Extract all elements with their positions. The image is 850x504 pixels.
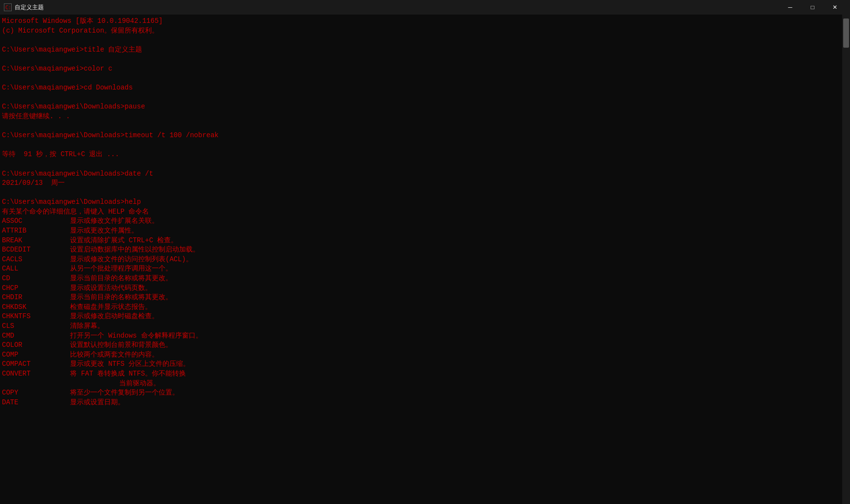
window-title: 自定义主题 bbox=[15, 3, 44, 12]
cmd-desc: 显示当前目录的名称或将其更改。 bbox=[70, 274, 840, 284]
cmd-desc: 设置启动数据库中的属性以控制启动加载。 bbox=[70, 245, 840, 255]
scrollbar[interactable] bbox=[842, 15, 850, 504]
minimize-button[interactable]: ─ bbox=[779, 0, 801, 15]
terminal-line: 有关某个命令的详细信息，请键入 HELP 命令名 bbox=[2, 207, 840, 217]
cmd-desc: 显示或修改文件扩展名关联。 bbox=[70, 216, 840, 226]
cmd-desc: 检查磁盘并显示状态报告。 bbox=[70, 303, 840, 312]
cmd-name: ATTRIB bbox=[2, 226, 70, 236]
cmd-desc: 设置默认控制台前景和背景颜色。 bbox=[70, 341, 840, 350]
cmd-name: COLOR bbox=[2, 341, 70, 350]
content-area: Microsoft Windows [版本 10.0.19042.1165](c… bbox=[0, 15, 850, 504]
terminal-line: C:\Users\maqiangwei>cd Downloads bbox=[2, 83, 840, 93]
cmd-name: CHCP bbox=[2, 284, 70, 293]
cmd-name: CALL bbox=[2, 264, 70, 274]
cmd-name: CD bbox=[2, 274, 70, 284]
cmd-desc: 将至少一个文件复制到另一个位置。 bbox=[70, 388, 840, 398]
cmd-name: COMPACT bbox=[2, 360, 70, 369]
cmd-desc: 打开另一个 Windows 命令解释程序窗口。 bbox=[70, 331, 840, 341]
cmd-desc: 显示或更改 NTFS 分区上文件的压缩。 bbox=[70, 360, 840, 369]
title-bar-left: C: 自定义主题 bbox=[4, 3, 44, 12]
terminal-line: (c) Microsoft Corporation。保留所有权利。 bbox=[2, 26, 840, 36]
terminal-line: C:\Users\maqiangwei\Downloads>date /t bbox=[2, 169, 840, 179]
terminal-line: C:\Users\maqiangwei\Downloads>help bbox=[2, 198, 840, 207]
cmd-name: BREAK bbox=[2, 236, 70, 246]
svg-text:C:: C: bbox=[5, 5, 11, 10]
cmd-name: BCDEDIT bbox=[2, 245, 70, 255]
terminal-line: C:\Users\maqiangwei\Downloads>timeout /t… bbox=[2, 131, 840, 141]
cmd-desc: 显示当前目录的名称或将其更改。 bbox=[70, 293, 840, 303]
cmd-name: CHKNTFS bbox=[2, 312, 70, 322]
maximize-button[interactable]: □ bbox=[801, 0, 824, 15]
terminal-line: Microsoft Windows [版本 10.0.19042.1165] bbox=[2, 17, 840, 26]
cmd-desc: 将 FAT 卷转换成 NTFS。你不能转换 当前驱动器。 bbox=[70, 369, 840, 388]
cmd-name: CMD bbox=[2, 331, 70, 341]
cmd-desc: 设置或清除扩展式 CTRL+C 检查。 bbox=[70, 236, 840, 246]
cmd-name: CLS bbox=[2, 322, 70, 331]
cmd-name: ASSOC bbox=[2, 216, 70, 226]
cmd-desc: 比较两个或两套文件的内容。 bbox=[70, 350, 840, 360]
command-table: ASSOC显示或修改文件扩展名关联。ATTRIB显示或更改文件属性。BREAK设… bbox=[2, 216, 840, 407]
cmd-name: DATE bbox=[2, 398, 70, 408]
terminal-line: C:\Users\maqiangwei\Downloads>pause bbox=[2, 102, 840, 112]
title-bar-controls: ─ □ ✕ bbox=[779, 0, 846, 15]
cmd-desc: 显示或设置日期。 bbox=[70, 398, 840, 408]
close-button[interactable]: ✕ bbox=[824, 0, 846, 15]
terminal-line: C:\Users\maqiangwei>title 自定义主题 bbox=[2, 45, 840, 55]
cmd-window: C: 自定义主题 ─ □ ✕ Microsoft Windows [版本 10.… bbox=[0, 0, 850, 504]
cmd-desc: 从另一个批处理程序调用这一个。 bbox=[70, 264, 840, 274]
cmd-desc: 显示或修改文件的访问控制列表(ACL)。 bbox=[70, 255, 840, 265]
cmd-desc: 显示或设置活动代码页数。 bbox=[70, 284, 840, 293]
cmd-name: COMP bbox=[2, 350, 70, 360]
cmd-desc: 显示或更改文件属性。 bbox=[70, 226, 840, 236]
terminal-line: C:\Users\maqiangwei>color c bbox=[2, 64, 840, 74]
cmd-name: CHKDSK bbox=[2, 303, 70, 312]
cmd-icon: C: bbox=[4, 3, 12, 11]
title-bar: C: 自定义主题 ─ □ ✕ bbox=[0, 0, 850, 15]
cmd-name: CONVERT bbox=[2, 369, 70, 388]
cmd-name: CHDIR bbox=[2, 293, 70, 303]
cmd-name: CACLS bbox=[2, 255, 70, 265]
cmd-desc: 显示或修改启动时磁盘检查。 bbox=[70, 312, 840, 322]
cmd-name: COPY bbox=[2, 388, 70, 398]
terminal-line: 请按任意键继续. . . bbox=[2, 112, 840, 122]
scrollbar-thumb[interactable] bbox=[843, 18, 849, 48]
cmd-desc: 清除屏幕。 bbox=[70, 322, 840, 331]
terminal-line: 2021/09/13 周一 bbox=[2, 179, 840, 188]
terminal-output: Microsoft Windows [版本 10.0.19042.1165](c… bbox=[0, 15, 842, 504]
terminal-line: 等待 91 秒，按 CTRL+C 退出 ... bbox=[2, 150, 840, 160]
